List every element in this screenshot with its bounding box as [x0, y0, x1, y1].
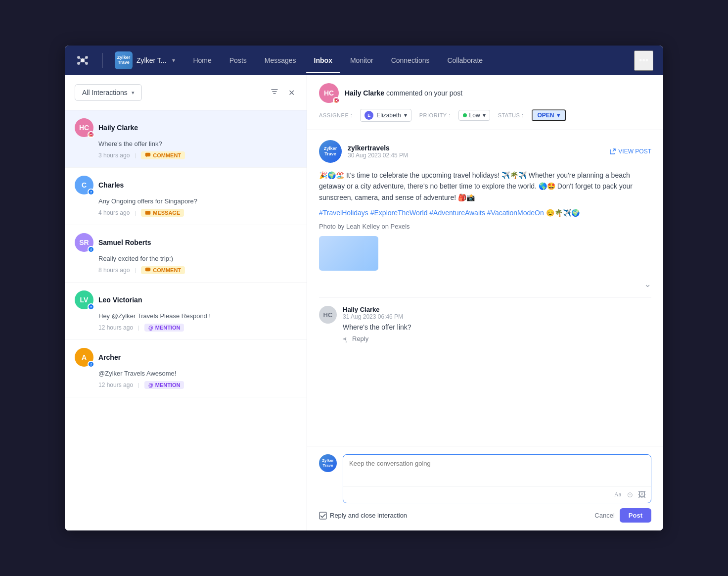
- status-label: STATUS :: [498, 112, 524, 118]
- interaction-item-leo[interactable]: LV f Leo Victorian Hey @Zylker Travels P…: [65, 283, 307, 340]
- priority-value: Low: [469, 112, 480, 119]
- right-user-avatar-wrap: HC: [319, 83, 339, 103]
- cancel-button[interactable]: Cancel: [594, 508, 614, 523]
- meta-row: ASSIGNEE : E Elizabeth ▾ PRIORITY : Low …: [319, 109, 651, 122]
- samuel-social-badge: f: [88, 246, 94, 253]
- reply-input-row: Zylker Trave Aa ☺ 🖼: [319, 454, 651, 503]
- collapse-section: ⌄: [319, 279, 651, 289]
- reply-textarea[interactable]: [343, 455, 651, 484]
- svg-point-16: [336, 100, 337, 101]
- reply-brand-avatar: Zylker Trave: [319, 454, 337, 472]
- samuel-tag: COMMENT: [141, 266, 185, 274]
- emoji-button[interactable]: ☺: [626, 490, 634, 500]
- interaction-item-samuel[interactable]: SR f Samuel Roberts Really excited for t…: [65, 225, 307, 283]
- text-format-button[interactable]: Aa: [614, 490, 622, 500]
- post-hashtags: #TravelHolidays #ExploreTheWorld #Advent…: [319, 209, 651, 217]
- right-header: HC Haily Clarke commented on your post A…: [307, 75, 663, 130]
- comment-section: HC Haily Clarke 31 Aug 2023 06:46 PM Whe…: [319, 297, 651, 342]
- inline-reply-button[interactable]: Reply: [343, 335, 368, 342]
- comment-item: HC Haily Clarke 31 Aug 2023 06:46 PM Whe…: [319, 306, 651, 342]
- haily-name: Haily Clarke: [98, 124, 138, 132]
- reply-footer: Reply and close interaction Cancel Post: [319, 508, 651, 523]
- haily-tag: COMMENT: [141, 151, 185, 159]
- svg-point-17: [337, 99, 337, 100]
- status-button[interactable]: OPEN ▾: [532, 109, 566, 121]
- svg-rect-12: [145, 153, 151, 157]
- left-panel: All Interactions ▾ ✕: [65, 75, 307, 530]
- charles-time: 4 hours ago: [98, 209, 130, 216]
- leo-name: Leo Victorian: [98, 296, 142, 304]
- leo-message: Hey @Zylker Travels Please Respond !: [75, 312, 297, 320]
- view-post-button[interactable]: VIEW POST: [610, 148, 651, 155]
- collapse-button[interactable]: ⌄: [644, 279, 651, 289]
- samuel-avatar-wrap: SR f: [75, 233, 93, 252]
- reply-box: Zylker Trave Aa ☺ 🖼: [307, 446, 663, 530]
- nav-item-messages[interactable]: Messages: [257, 52, 304, 68]
- comment-avatar: HC: [319, 306, 337, 324]
- brand-avatar: Zylker Trave: [115, 51, 133, 69]
- filter-chevron-icon: ▾: [132, 90, 135, 96]
- samuel-name: Samuel Roberts: [98, 239, 151, 246]
- interaction-list: HC Haily Clarke Where's the offer link? …: [65, 110, 307, 530]
- nav-item-connections[interactable]: Connections: [383, 52, 438, 68]
- reply-close-checkbox-label[interactable]: Reply and close interaction: [319, 512, 407, 520]
- comment-text: Where's the offer link?: [343, 323, 651, 331]
- image-button[interactable]: 🖼: [638, 490, 646, 500]
- view-post-label: VIEW POST: [618, 148, 651, 155]
- inline-reply-label: Reply: [352, 335, 368, 342]
- post-author-name: zylkertravels: [348, 144, 408, 152]
- post-date: 30 Aug 2023 02:45 PM: [348, 152, 408, 159]
- right-header-info: Haily Clarke commented on your post: [345, 89, 462, 97]
- filter-icon-button[interactable]: [269, 86, 280, 99]
- header-actions: ✕: [269, 86, 297, 99]
- post-credit: Photo by Leah Kelley on Pexels: [319, 223, 651, 230]
- archer-social-badge: f: [88, 361, 94, 368]
- leo-social-badge: f: [88, 303, 94, 310]
- comment-timestamp: 31 Aug 2023 06:46 PM: [343, 313, 651, 320]
- status-value: OPEN: [538, 112, 554, 119]
- nav-item-posts[interactable]: Posts: [222, 52, 255, 68]
- interaction-item-haily[interactable]: HC Haily Clarke Where's the offer link? …: [65, 110, 307, 168]
- leo-avatar-wrap: LV f: [75, 290, 93, 309]
- charles-social-badge: f: [88, 189, 94, 195]
- priority-button[interactable]: Low ▾: [458, 110, 490, 121]
- priority-chevron-icon: ▾: [483, 112, 486, 119]
- post-button[interactable]: Post: [620, 508, 651, 523]
- assignee-name: Elizabeth: [376, 112, 401, 119]
- interaction-item-archer[interactable]: A f Archer @Zylker Travels Awesome! 12 h…: [65, 340, 307, 397]
- nav-item-monitor[interactable]: Monitor: [342, 52, 381, 68]
- svg-point-11: [91, 134, 92, 134]
- post-area: Zylker Trave zylkertravels 30 Aug 2023 0…: [307, 130, 663, 446]
- archer-tag: @ MENTION: [144, 381, 184, 389]
- archer-name: Archer: [98, 353, 121, 361]
- right-commenter-name: Haily Clarke: [345, 89, 384, 97]
- post-image-placeholder: [319, 236, 378, 271]
- samuel-time: 8 hours ago: [98, 267, 130, 274]
- brand-dropdown-icon[interactable]: ▾: [172, 57, 175, 64]
- svg-point-10: [91, 134, 92, 136]
- all-interactions-filter[interactable]: All Interactions ▾: [75, 84, 142, 101]
- post-author: Zylker Trave zylkertravels 30 Aug 2023 0…: [319, 140, 408, 163]
- assignee-button[interactable]: E Elizabeth ▾: [360, 109, 411, 122]
- nav-item-home[interactable]: Home: [185, 52, 219, 68]
- nav-more-button[interactable]: •••: [634, 50, 653, 71]
- nav-item-inbox[interactable]: Inbox: [306, 52, 340, 68]
- charles-avatar-wrap: C f: [75, 176, 93, 194]
- assignee-chevron-icon: ▾: [404, 112, 407, 119]
- svg-rect-13: [145, 211, 151, 215]
- nav-logo-divider: [102, 53, 103, 68]
- close-panel-button[interactable]: ✕: [286, 86, 297, 99]
- priority-dot-icon: [463, 113, 467, 117]
- nav-item-collaborate[interactable]: Collaborate: [439, 52, 491, 68]
- right-haily-social-badge: [333, 97, 340, 104]
- interaction-item-charles[interactable]: C f Charles Any Ongoing offers for Singa…: [65, 168, 307, 225]
- post-header: Zylker Trave zylkertravels 30 Aug 2023 0…: [319, 140, 651, 163]
- archer-time: 12 hours ago: [98, 382, 133, 388]
- left-header: All Interactions ▾ ✕: [65, 75, 307, 110]
- brand-name: Zylker T...: [136, 56, 166, 64]
- priority-label: PRIORITY :: [419, 112, 451, 118]
- assignee-avatar: E: [364, 111, 373, 120]
- leo-time: 12 hours ago: [98, 324, 133, 331]
- main-content: All Interactions ▾ ✕: [65, 75, 663, 530]
- haily-message: Where's the offer link?: [75, 140, 297, 147]
